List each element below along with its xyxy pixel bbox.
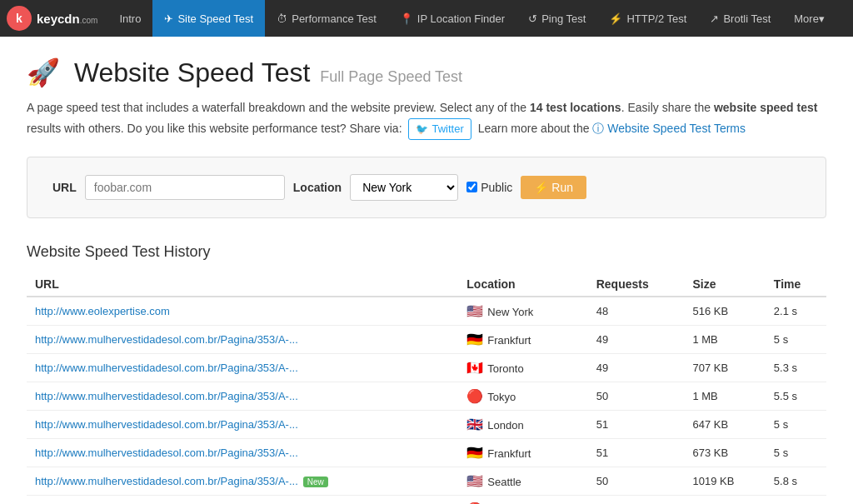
- logo-icon: k: [7, 6, 32, 31]
- location-label: Location: [293, 181, 342, 194]
- nav-item-ping-test[interactable]: ↺Ping Test: [516, 0, 597, 37]
- http2-test-icon: ⚡: [609, 12, 622, 25]
- url-link[interactable]: http://www.mulhervestidadesol.com.br/Pag…: [35, 447, 298, 459]
- brotli-test-icon: ↗: [710, 12, 719, 25]
- logo[interactable]: k keycdn.com: [7, 6, 97, 31]
- public-label: Public: [481, 181, 512, 194]
- flag-icon: 🔴: [466, 389, 483, 403]
- run-button[interactable]: ⚡Run: [521, 176, 586, 199]
- location-cell: 🇬🇧London: [458, 410, 587, 438]
- url-cell: http://www.mulhervestidadesol.com.br/Pag…: [27, 353, 458, 382]
- table-row: http://www.eolexpertise.com🇺🇸New York485…: [27, 297, 826, 326]
- nav-item-brotli-test[interactable]: ↗Brotli Test: [698, 0, 782, 37]
- flag-icon: 🇨🇦: [466, 361, 483, 375]
- nav-item-label-performance-test: Performance Test: [292, 12, 377, 25]
- location-cell: 🔴Tokyo: [458, 382, 587, 410]
- size-cell: 837 KB: [684, 495, 765, 504]
- twitter-link[interactable]: Twitter: [408, 118, 471, 140]
- performance-test-icon: ⏱: [277, 12, 287, 25]
- requests-cell: 48: [588, 297, 685, 326]
- public-checkbox[interactable]: [466, 182, 477, 192]
- table-row: http://www.mulhervestidadesol.com.br/Pag…: [27, 467, 826, 495]
- flag-icon: 🇩🇪: [466, 332, 483, 347]
- requests-cell: 49: [588, 325, 685, 353]
- location-cell: 🇺🇸New York: [458, 297, 587, 326]
- public-checkbox-label[interactable]: Public: [466, 181, 512, 194]
- nav-item-performance-test[interactable]: ⏱Performance Test: [265, 0, 388, 37]
- history-tbody: http://www.eolexpertise.com🇺🇸New York485…: [27, 297, 826, 504]
- nav-item-label-site-speed-test: Site Speed Test: [177, 12, 253, 25]
- flag-icon: 🇺🇸: [466, 474, 483, 488]
- time-cell: 5.3 s: [766, 353, 826, 382]
- url-cell: http://www.mulhervestidadesol.com.br/Pag…: [27, 495, 458, 504]
- location-cell: 🇺🇸Seattle: [458, 467, 587, 495]
- table-header: URLLocationRequestsSizeTime: [27, 272, 826, 297]
- time-cell: 5.5 s: [766, 495, 826, 504]
- terms-link[interactable]: Website Speed Test Terms: [592, 122, 746, 135]
- new-badge: New: [303, 477, 328, 487]
- nav-item-label-brotli-test: Brotli Test: [723, 12, 771, 25]
- requests-cell: 49: [588, 353, 685, 382]
- url-link[interactable]: http://www.mulhervestidadesol.com.br/Pag…: [35, 475, 298, 487]
- table-row: http://www.mulhervestidadesol.com.br/Pag…: [27, 495, 826, 504]
- nav-item-label-intro: Intro: [119, 12, 141, 25]
- url-link[interactable]: http://www.mulhervestidadesol.com.br/Pag…: [35, 362, 298, 374]
- nav-item-http2-test[interactable]: ⚡HTTP/2 Test: [597, 0, 698, 37]
- flag-icon: 🇬🇧: [466, 417, 483, 432]
- size-cell: 1 MB: [684, 325, 765, 353]
- run-icon: ⚡: [534, 181, 548, 194]
- size-cell: 707 KB: [684, 353, 765, 382]
- url-link[interactable]: http://www.mulhervestidadesol.com.br/Pag…: [35, 418, 298, 431]
- url-label: URL: [52, 181, 77, 194]
- requests-cell: 51: [588, 438, 685, 467]
- navbar: k keycdn.com Intro✈Site Speed Test⏱Perfo…: [0, 0, 853, 37]
- col-url: URL: [27, 272, 458, 297]
- site-speed-test-icon: ✈: [164, 12, 173, 25]
- url-cell: http://www.eolexpertise.com: [27, 297, 458, 326]
- ip-location-finder-icon: 📍: [400, 12, 413, 25]
- col-requests: Requests: [588, 272, 685, 297]
- url-link[interactable]: http://www.eolexpertise.com: [35, 305, 170, 317]
- nav-item-intro[interactable]: Intro: [107, 0, 152, 37]
- location-cell: 🇩🇪Frankfurt: [458, 438, 587, 467]
- url-link[interactable]: http://www.mulhervestidadesol.com.br/Pag…: [35, 390, 298, 402]
- nav-item-ip-location-finder[interactable]: 📍IP Location Finder: [388, 0, 516, 37]
- size-cell: 516 KB: [684, 297, 765, 326]
- ping-test-icon: ↺: [528, 12, 537, 25]
- url-cell: http://www.mulhervestidadesol.com.br/Pag…: [27, 410, 458, 438]
- requests-cell: 50: [588, 382, 685, 410]
- url-cell: http://www.mulhervestidadesol.com.br/Pag…: [27, 382, 458, 410]
- requests-cell: 49: [588, 495, 685, 504]
- time-cell: 5 s: [766, 410, 826, 438]
- url-input[interactable]: [85, 175, 285, 200]
- col-location: Location: [458, 272, 587, 297]
- location-cell: 🇩🇪Frankfurt: [458, 325, 587, 353]
- page-title-row: 🚀 Website Speed Test Full Page Speed Tes…: [27, 57, 826, 88]
- nav-item-label-more: More: [794, 12, 819, 25]
- nav-item-label-ping-test: Ping Test: [541, 12, 586, 25]
- table-row: http://www.mulhervestidadesol.com.br/Pag…: [27, 382, 826, 410]
- location-cell: 🔴Tokyo: [458, 495, 587, 504]
- time-cell: 2.1 s: [766, 297, 826, 326]
- time-cell: 5.5 s: [766, 382, 826, 410]
- main-content: 🚀 Website Speed Test Full Page Speed Tes…: [10, 37, 843, 504]
- size-cell: 673 KB: [684, 438, 765, 467]
- url-cell: http://www.mulhervestidadesol.com.br/Pag…: [27, 467, 458, 495]
- page-description: A page speed test that includes a waterf…: [27, 98, 826, 140]
- size-cell: 1019 KB: [684, 467, 765, 495]
- url-form: URL Location New YorkFrankfurtTorontoTok…: [27, 157, 826, 218]
- location-select[interactable]: New YorkFrankfurtTorontoTokyoLondonSeatt…: [350, 174, 458, 201]
- col-size: Size: [684, 272, 765, 297]
- flag-icon: 🇺🇸: [466, 304, 483, 318]
- logo-text: keycdn.com: [37, 12, 97, 26]
- table-row: http://www.mulhervestidadesol.com.br/Pag…: [27, 325, 826, 353]
- page-subtitle: Full Page Speed Test: [320, 68, 462, 86]
- size-cell: 647 KB: [684, 410, 765, 438]
- table-row: http://www.mulhervestidadesol.com.br/Pag…: [27, 438, 826, 467]
- time-cell: 5 s: [766, 438, 826, 467]
- url-link[interactable]: http://www.mulhervestidadesol.com.br/Pag…: [35, 333, 298, 346]
- flag-icon: 🇩🇪: [466, 446, 483, 460]
- col-time: Time: [766, 272, 826, 297]
- nav-item-more[interactable]: More ▾: [782, 0, 836, 37]
- nav-item-site-speed-test[interactable]: ✈Site Speed Test: [152, 0, 265, 37]
